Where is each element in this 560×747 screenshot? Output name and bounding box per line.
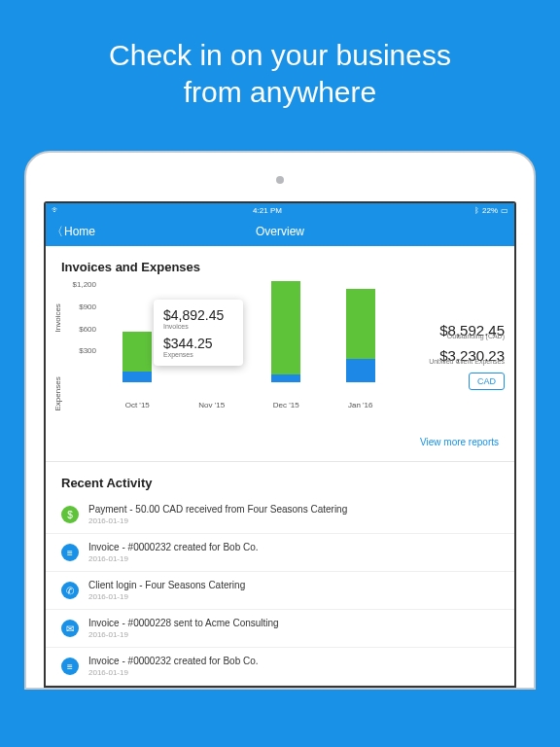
hero-line2: from anywhere [184,76,376,108]
back-button[interactable]: 〈 Home [52,224,95,240]
bar-segment-expenses [271,374,300,382]
chevron-left-icon: 〈 [52,224,63,240]
chart-main: Oct '15Nov '15Dec '15Jan '16 $4,892.45 I… [100,280,398,431]
y-tick: $300 [79,346,96,355]
bar-segment-invoices [271,281,300,374]
tooltip-expense-value: $344.25 [163,336,233,351]
activity-text: Client login - Four Seasons Catering [88,580,245,590]
chart-area: Invoices $1,200$900$600$300 Expenses Oct… [46,280,514,437]
activity-date: 2016-01-19 [88,592,245,601]
activity-row[interactable]: $Payment - 50.00 CAD received from Four … [46,496,514,534]
chart-summary: $8,592.45 Outstanding (CAD) $3,230.23 Un… [398,280,505,431]
activity-text: Invoice - #0000232 created for Bob Co. [88,656,259,666]
currency-button[interactable]: CAD [469,373,505,390]
bar-column[interactable] [271,281,300,382]
bar-segment-invoices [122,332,152,371]
screen: ᯤ 4:21 PM ᛒ 22% ▭ 〈 Home Overview Invoic… [44,201,516,688]
x-tick: Oct '15 [122,401,152,409]
axis-label-expenses: Expenses [52,356,64,432]
content: Invoices and Expenses Invoices $1,200$90… [46,246,514,686]
bar-column[interactable] [122,332,152,382]
doc-icon: ≡ [61,544,79,561]
activity-text: Invoice - #0000232 created for Bob Co. [88,542,259,552]
battery-icon: ▭ [501,206,508,215]
mail-icon: ✉ [61,620,79,637]
x-tick: Jan '16 [346,401,375,409]
x-tick: Nov '15 [197,401,227,409]
activity-date: 2016-01-19 [88,516,347,525]
hero-headline: Check in on your business from anywhere [0,0,560,139]
bar-segment-invoices [346,289,375,359]
recent-activity-title: Recent Activity [46,462,514,496]
dollar-icon: $ [61,506,79,523]
activity-row[interactable]: ✆Client login - Four Seasons Catering201… [46,572,514,610]
activity-date: 2016-01-19 [88,630,279,639]
y-ticks: $1,200$900$600$300 [64,280,100,356]
activity-text: Payment - 50.00 CAD received from Four S… [88,504,347,515]
doc-icon: ≡ [61,658,79,675]
tooltip-invoice-value: $4,892.45 [163,307,233,323]
activity-row[interactable]: ≡Invoice - #0000232 created for Bob Co.2… [46,534,514,572]
activity-date: 2016-01-19 [88,554,259,563]
axis-label-invoices: Invoices [52,280,64,356]
chart-section-title: Invoices and Expenses [46,246,514,280]
status-time: 4:21 PM [253,206,282,215]
tooltip-invoice-label: Invoices [163,323,233,330]
tablet-frame: ᯤ 4:21 PM ᛒ 22% ▭ 〈 Home Overview Invoic… [24,151,536,690]
outstanding-label: Outstanding (CAD) [439,333,505,339]
activity-text: Invoice - #0000228 sent to Acme Consulti… [88,618,279,628]
nav-bar: 〈 Home Overview [46,217,514,246]
page-title: Overview [256,225,304,238]
activity-list: $Payment - 50.00 CAD received from Four … [46,496,514,686]
view-more-reports-link[interactable]: View more reports [46,437,514,457]
y-axis: Invoices $1,200$900$600$300 Expenses [52,280,100,431]
activity-row[interactable]: ≡Invoice - #0000232 created for Bob Co.2… [46,648,514,686]
status-bar: ᯤ 4:21 PM ᛒ 22% ▭ [46,203,514,217]
camera-dot [276,176,284,184]
bar-segment-expenses [122,372,152,382]
y-tick: $1,200 [73,280,96,289]
phone-icon: ✆ [61,582,79,599]
bar-column[interactable] [346,289,375,382]
unbilled-label: Unbilled Client Expenses [429,358,505,365]
battery-percent: 22% [482,206,498,215]
y-tick: $900 [79,302,96,311]
x-tick: Dec '15 [271,401,300,409]
chart-bars [100,280,398,382]
tooltip-expense-label: Expenses [163,351,233,358]
wifi-icon: ᯤ [52,205,60,215]
activity-row[interactable]: ✉Invoice - #0000228 sent to Acme Consult… [46,610,514,648]
bluetooth-icon: ᛒ [474,206,479,215]
chart-tooltip: $4,892.45 Invoices $344.25 Expenses [154,300,243,366]
bar-segment-expenses [346,359,375,383]
x-axis: Oct '15Nov '15Dec '15Jan '16 [100,401,398,409]
activity-date: 2016-01-19 [88,668,259,677]
hero-line1: Check in on your business [109,39,451,71]
y-tick: $600 [79,325,96,334]
back-label: Home [64,225,95,238]
